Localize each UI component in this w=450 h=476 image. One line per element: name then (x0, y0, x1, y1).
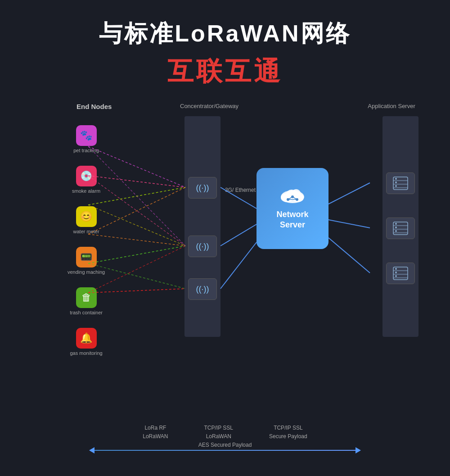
network-server: Network Server (256, 168, 328, 249)
gateway-device-2: ((·)) (184, 236, 220, 257)
app-device-1 (382, 172, 418, 194)
gateway-box-2: ((·)) (188, 236, 217, 257)
svg-point-30 (395, 272, 397, 273)
footer-labels: LoRa RF LoRaWAN TCP/IP SSL LoRaWAN TCP/I… (0, 424, 450, 441)
footer-label-tcpip1: TCP/IP SSL LoRaWAN (204, 424, 233, 441)
app-server-label: Application Server (364, 103, 418, 109)
gateway-device-1: ((·)) (184, 177, 220, 199)
gateway-device-3: ((·)) (184, 278, 220, 300)
node-vending: 📟 vending maching (68, 247, 105, 275)
footer: LoRa RF LoRaWAN TCP/IP SSL LoRaWAN TCP/I… (0, 424, 450, 453)
arrow-left (89, 447, 94, 453)
arrow-shaft: AES Secured Payload (94, 450, 356, 451)
smoke-label: smoke alarm (72, 188, 100, 194)
header: 与标准LoRaWAN网络 互联互通 (0, 0, 450, 89)
water-icon: 😊 (76, 206, 97, 227)
main-diagram: End Nodes Concentrator/Gateway Applicati… (32, 103, 418, 355)
vending-label: vending maching (68, 269, 105, 275)
cloud-network-icon (279, 187, 306, 206)
svg-point-29 (395, 268, 397, 270)
pet-label: pet tracking (73, 148, 99, 153)
node-smoke: 💿 smoke alarm (68, 166, 105, 194)
svg-line-46 (220, 242, 256, 289)
app-box-3 (386, 263, 415, 284)
svg-line-48 (328, 220, 370, 228)
gas-icon: 🔔 (76, 328, 97, 349)
gateway-box-3: ((·)) (188, 278, 217, 300)
gateway-box-1: ((·)) (188, 177, 217, 199)
app-box-1 (386, 172, 415, 194)
vending-icon: 📟 (76, 247, 97, 267)
gas-label: gas monitoring (70, 350, 103, 356)
svg-point-15 (395, 178, 397, 180)
server-icon-3 (392, 266, 409, 281)
svg-point-23 (395, 227, 397, 228)
trash-label: trash container (70, 310, 103, 315)
svg-point-22 (395, 223, 397, 225)
gateway-panel (184, 116, 220, 337)
app-box-2 (386, 218, 415, 239)
water-label: water meter (73, 229, 99, 234)
title-line1: 与标准LoRaWAN网络 (0, 18, 450, 50)
trash-icon: 🗑 (76, 287, 97, 308)
node-water: 😊 water meter (68, 206, 105, 234)
svg-line-47 (328, 183, 370, 204)
smoke-icon: 💿 (76, 166, 97, 186)
end-nodes-label: End Nodes (76, 103, 112, 110)
node-pet: 🐾 pet tracking (68, 125, 105, 153)
svg-point-24 (395, 230, 397, 232)
aes-label: AES Secured Payload (198, 442, 252, 448)
node-gas: 🔔 gas monitoring (68, 328, 105, 356)
arrow-right (356, 447, 361, 453)
footer-label-tcpip2: TCP/IP SSL Secure Payload (269, 424, 307, 441)
svg-point-16 (395, 181, 397, 183)
app-device-3 (382, 263, 418, 284)
node-trash: 🗑 trash container (68, 287, 105, 315)
svg-line-45 (220, 224, 256, 246)
server-icon-1 (392, 176, 409, 190)
svg-point-17 (395, 185, 397, 187)
end-nodes-column: 🐾 pet tracking 💿 smoke alarm 😊 water met… (68, 125, 105, 356)
server-icon-2 (392, 221, 409, 236)
aes-row: AES Secured Payload (0, 447, 450, 453)
svg-point-31 (395, 275, 397, 277)
title-line2: 互联互通 (0, 54, 450, 89)
app-device-2 (382, 218, 418, 239)
pet-icon: 🐾 (76, 125, 97, 146)
footer-label-lora: LoRa RF LoRaWAN (143, 424, 168, 441)
gateway-label: Concentrator/Gateway (180, 103, 238, 109)
svg-line-49 (328, 238, 370, 273)
network-server-label: Network Server (276, 209, 308, 231)
